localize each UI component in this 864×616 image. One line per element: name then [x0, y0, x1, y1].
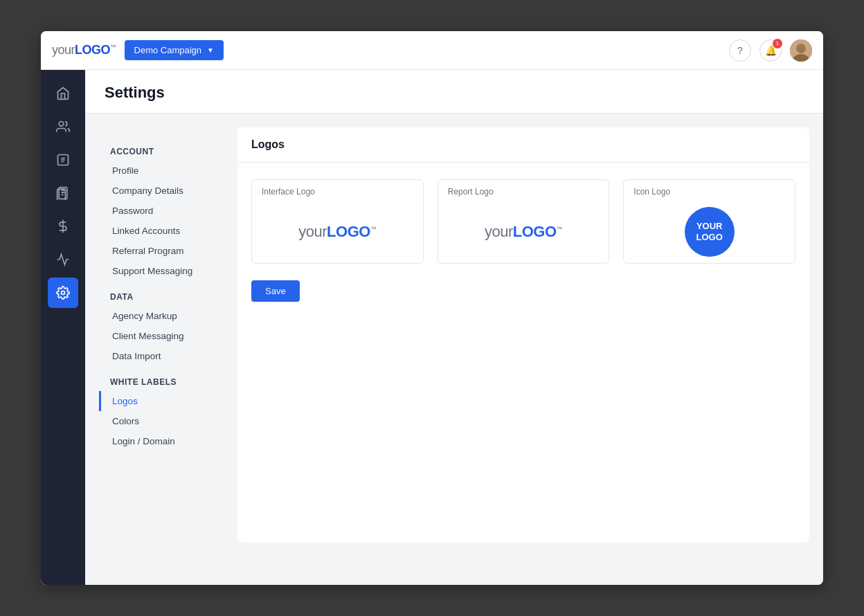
- user-avatar[interactable]: [790, 39, 812, 62]
- interface-logo-content: yourLOGO™: [252, 201, 423, 263]
- sidebar-item-home[interactable]: [48, 78, 78, 109]
- main-sidebar: [41, 70, 85, 585]
- notifications-button[interactable]: 🔔 1: [759, 39, 782, 62]
- logo-area: yourLOGO™ Demo Campaign ▼: [52, 40, 224, 60]
- top-nav-actions: ? 🔔 1: [729, 39, 812, 62]
- sidebar-item-activity[interactable]: [48, 244, 78, 275]
- svg-point-3: [59, 122, 64, 127]
- sidebar-item-billing[interactable]: [48, 211, 78, 242]
- page-title: Settings: [105, 84, 804, 102]
- settings-inner: ACCOUNT Profile Company Details Password…: [99, 127, 809, 543]
- report-logo-label: Report Logo: [438, 180, 609, 201]
- report-logo-content: yourLOGO™: [438, 201, 609, 263]
- menu-item-login-domain[interactable]: Login / Domain: [99, 431, 237, 451]
- interface-logo-display: yourLOGO™: [298, 223, 376, 241]
- notification-badge: 1: [773, 39, 782, 48]
- app-logo: yourLOGO™: [52, 43, 116, 57]
- icon-logo-circle: Your LOGO: [685, 207, 735, 257]
- menu-item-company-details[interactable]: Company Details: [99, 181, 237, 201]
- panel-title: Logos: [251, 138, 285, 150]
- sidebar-item-reports[interactable]: [48, 145, 78, 175]
- settings-menu: ACCOUNT Profile Company Details Password…: [99, 127, 237, 543]
- sidebar-item-people[interactable]: [48, 111, 78, 142]
- top-nav: yourLOGO™ Demo Campaign ▼ ? 🔔 1: [41, 31, 823, 70]
- sidebar-item-documents[interactable]: [48, 178, 78, 208]
- avatar-image: [790, 39, 812, 62]
- report-logo-display: yourLOGO™: [485, 223, 562, 241]
- campaign-selector-button[interactable]: Demo Campaign ▼: [125, 40, 224, 60]
- report-logo-card[interactable]: Report Logo yourLOGO™: [438, 179, 610, 264]
- menu-item-client-messaging[interactable]: Client Messaging: [99, 326, 237, 346]
- interface-logo-label: Interface Logo: [252, 180, 423, 201]
- main-layout: Settings ACCOUNT Profile Company Details…: [41, 70, 823, 585]
- menu-item-password[interactable]: Password: [99, 201, 237, 221]
- panel-body: Interface Logo yourLOGO™ Repo: [237, 163, 809, 318]
- panel-header: Logos: [237, 127, 809, 163]
- svg-point-1: [796, 44, 806, 53]
- chevron-down-icon: ▼: [207, 46, 214, 54]
- menu-item-colors[interactable]: Colors: [99, 411, 237, 431]
- menu-section-account: ACCOUNT: [99, 141, 237, 161]
- logo-cards-container: Interface Logo yourLOGO™ Repo: [251, 179, 795, 264]
- menu-item-support-messaging[interactable]: Support Messaging: [99, 261, 237, 281]
- menu-item-logos[interactable]: Logos: [99, 391, 237, 411]
- menu-item-linked-accounts[interactable]: Linked Accounts: [99, 221, 237, 241]
- interface-logo-card[interactable]: Interface Logo yourLOGO™: [251, 179, 424, 264]
- svg-point-8: [62, 291, 65, 295]
- menu-item-agency-markup[interactable]: Agency Markup: [99, 306, 237, 326]
- menu-item-profile[interactable]: Profile: [99, 161, 237, 181]
- menu-section-data: DATA: [99, 287, 237, 306]
- icon-logo-card[interactable]: Icon Logo Your LOGO: [623, 179, 795, 264]
- menu-section-white-labels: WHITE LABELS: [99, 372, 237, 391]
- help-button[interactable]: ?: [729, 39, 751, 62]
- menu-item-referral-program[interactable]: Referral Program: [99, 241, 237, 261]
- icon-logo-label: Icon Logo: [624, 180, 795, 201]
- save-button[interactable]: Save: [251, 280, 300, 302]
- settings-body: ACCOUNT Profile Company Details Password…: [85, 114, 823, 585]
- content-area: Settings ACCOUNT Profile Company Details…: [85, 70, 823, 585]
- page-header: Settings: [85, 70, 823, 114]
- browser-window: yourLOGO™ Demo Campaign ▼ ? 🔔 1: [41, 31, 823, 585]
- icon-logo-content: Your LOGO: [624, 201, 795, 263]
- sidebar-item-settings[interactable]: [48, 278, 78, 308]
- menu-item-data-import[interactable]: Data Import: [99, 346, 237, 366]
- settings-panel: Logos Interface Logo yourLOGO™: [237, 127, 809, 543]
